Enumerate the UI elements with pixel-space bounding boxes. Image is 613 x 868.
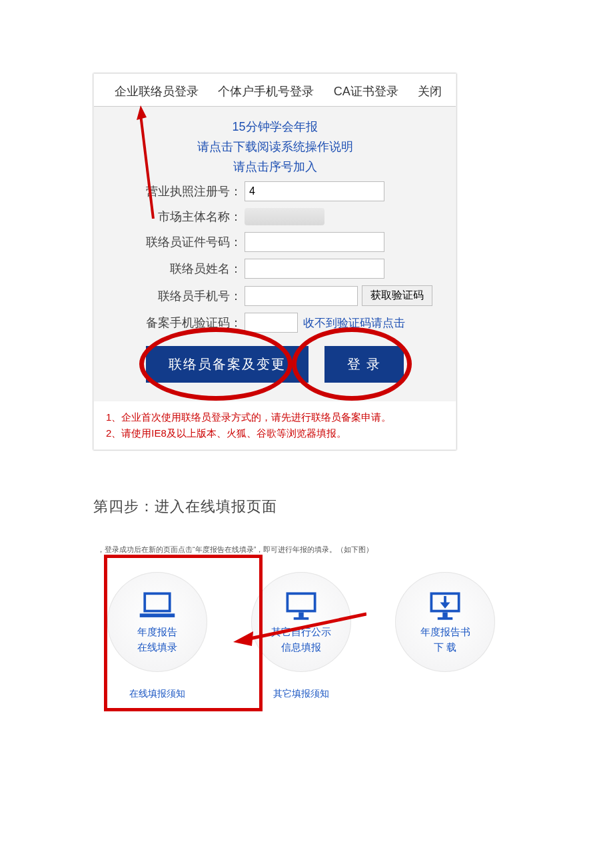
input-registration[interactable] xyxy=(245,181,384,201)
link-serial[interactable]: 请点击序号加入 xyxy=(105,159,445,175)
svg-rect-3 xyxy=(140,613,175,617)
login-panel: 企业联络员登录 个体户手机号登录 CA证书登录 关闭 15分钟学会年报 请点击下… xyxy=(93,73,456,450)
laptop-icon xyxy=(137,590,177,623)
row-id: 联络员证件号码： xyxy=(105,232,445,252)
card3-l2: 下 载 xyxy=(434,641,456,654)
svg-marker-1 xyxy=(137,105,147,120)
card-annual-report[interactable]: 年度报告 在线填录 在线填报须知 xyxy=(104,572,211,700)
label-verify: 备案手机验证码： xyxy=(105,315,245,331)
login-body: 15分钟学会年报 请点击下载阅读系统操作说明 请点击序号加入 营业执照注册号： … xyxy=(94,107,456,401)
link-download-manual[interactable]: 请点击下载阅读系统操作说明 xyxy=(105,139,445,155)
get-code-button[interactable]: 获取验证码 xyxy=(362,285,432,306)
label-contact-name: 联络员姓名： xyxy=(105,261,245,277)
card-circle-2: 其它自行公示 信息填报 xyxy=(251,572,351,672)
login-button[interactable]: 登 录 xyxy=(324,346,404,383)
login-notes: 1、企业首次使用联络员登录方式的，请先进行联络员备案申请。 2、请使用IE8及以… xyxy=(94,401,456,449)
svg-rect-4 xyxy=(287,593,314,611)
svg-rect-6 xyxy=(294,617,309,620)
row-phone: 联络员手机号： 获取验证码 xyxy=(105,285,445,306)
row-registration: 营业执照注册号： xyxy=(105,181,445,201)
redacted-name xyxy=(245,208,324,225)
label-registration: 营业执照注册号： xyxy=(105,183,245,199)
card-circle-1: 年度报告 在线填录 xyxy=(107,572,207,672)
login-tabs: 企业联络员登录 个体户手机号登录 CA证书登录 关闭 xyxy=(94,74,456,107)
monitor-download-icon xyxy=(425,590,465,623)
card-download-report[interactable]: 年度报告书 下 载 xyxy=(392,572,498,700)
record-change-button[interactable]: 联络员备案及变更 xyxy=(146,346,308,383)
label-name: 市场主体名称： xyxy=(105,209,245,225)
no-code-link[interactable]: 收不到验证码请点击 xyxy=(303,315,405,331)
card1-sub[interactable]: 在线填报须知 xyxy=(104,688,211,700)
card3-l1: 年度报告书 xyxy=(420,626,470,639)
card1-l1: 年度报告 xyxy=(137,626,177,639)
link-learn[interactable]: 15分钟学会年报 xyxy=(105,119,445,135)
svg-marker-9 xyxy=(440,602,450,608)
row-name: 市场主体名称： xyxy=(105,208,445,225)
note-2: 2、请使用IE8及以上版本、火狐、谷歌等浏览器填报。 xyxy=(106,425,444,441)
note-1: 1、企业首次使用联络员登录方式的，请先进行联络员备案申请。 xyxy=(106,409,444,425)
card1-l2: 在线填录 xyxy=(137,641,177,654)
input-verify[interactable] xyxy=(245,313,298,333)
step4-title: 第四步：进入在线填报页面 xyxy=(93,497,613,517)
info-links: 15分钟学会年报 请点击下载阅读系统操作说明 请点击序号加入 xyxy=(105,119,445,175)
card2-l1: 其它自行公示 xyxy=(271,626,331,639)
card2-l2: 信息填报 xyxy=(281,641,321,654)
label-id: 联络员证件号码： xyxy=(105,234,245,250)
svg-rect-2 xyxy=(145,593,170,611)
svg-rect-11 xyxy=(438,617,453,620)
tab-enterprise[interactable]: 企业联络员登录 xyxy=(113,81,200,102)
truncated-hint: ，登录成功后在新的页面点击“年度报告在线填录”，即可进行年报的填录。（如下图） xyxy=(93,543,526,556)
card-other-disclosure[interactable]: 其它自行公示 信息填报 其它填报须知 xyxy=(248,572,354,700)
card2-sub[interactable]: 其它填报须知 xyxy=(248,688,354,700)
tab-ca[interactable]: CA证书登录 xyxy=(332,81,400,102)
input-phone[interactable] xyxy=(245,286,358,306)
card-circle-3: 年度报告书 下 载 xyxy=(395,572,495,672)
input-contact-name[interactable] xyxy=(245,259,384,279)
svg-rect-10 xyxy=(442,612,448,617)
tab-individual[interactable]: 个体户手机号登录 xyxy=(217,81,315,102)
label-phone: 联络员手机号： xyxy=(105,288,245,304)
svg-rect-5 xyxy=(299,612,304,617)
row-contact-name: 联络员姓名： xyxy=(105,259,445,279)
input-id[interactable] xyxy=(245,232,384,252)
monitor-icon xyxy=(281,590,321,623)
cards-row: 年度报告 在线填录 在线填报须知 其它自行公示 信息填报 其它填报须知 xyxy=(93,556,526,716)
cards-wrap: ，登录成功后在新的页面点击“年度报告在线填录”，即可进行年报的填录。（如下图） … xyxy=(93,543,526,716)
action-row: 联络员备案及变更 登 录 xyxy=(105,346,445,383)
row-verify: 备案手机验证码： 收不到验证码请点击 xyxy=(105,313,445,333)
close-button[interactable]: 关闭 xyxy=(416,81,443,102)
